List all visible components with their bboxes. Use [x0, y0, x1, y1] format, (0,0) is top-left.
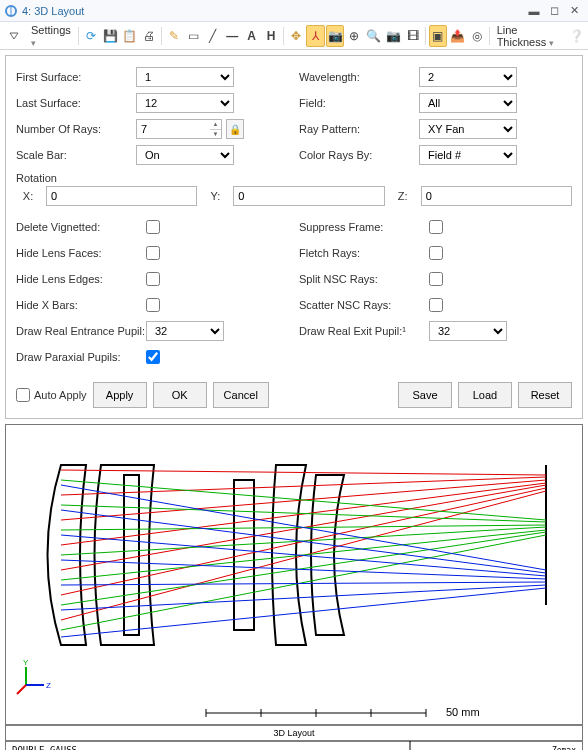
fletch-rays-checkbox[interactable]: [429, 246, 443, 260]
settings-dropdown[interactable]: Settings: [27, 24, 75, 48]
draw-real-entrance-label: Draw Real Entrance Pupil:: [16, 325, 146, 337]
auto-apply-text: Auto Apply: [34, 389, 87, 401]
minimize-button[interactable]: ▬: [524, 2, 544, 20]
auto-apply-checkbox[interactable]: [16, 388, 30, 402]
segment-icon[interactable]: —: [223, 25, 241, 47]
separator: [425, 27, 426, 45]
help-icon[interactable]: ❔: [568, 25, 586, 47]
collapse-settings-button[interactable]: [2, 30, 26, 42]
refresh-icon[interactable]: ⟳: [82, 25, 100, 47]
wavelength-label: Wavelength:: [299, 71, 419, 83]
zoom-tool-icon[interactable]: ⊕: [345, 25, 363, 47]
suppress-frame-label: Suppress Frame:: [299, 221, 429, 233]
rot-z-input[interactable]: [421, 186, 572, 206]
reset-button[interactable]: Reset: [518, 382, 572, 408]
draw-real-exit-select[interactable]: 32: [429, 321, 507, 341]
rot-x-label: X:: [16, 190, 40, 202]
export-icon[interactable]: 📤: [448, 25, 466, 47]
hide-x-bars-checkbox[interactable]: [146, 298, 160, 312]
auto-apply-label[interactable]: Auto Apply: [16, 388, 87, 402]
save-icon[interactable]: 💾: [101, 25, 119, 47]
layout-plot[interactable]: Y Z 50 mm 3D Layout DOUBLE GAUSS 10/6/20…: [6, 425, 582, 750]
info-left-1: DOUBLE GAUSS: [12, 745, 77, 750]
ray-pattern-label: Ray Pattern:: [299, 123, 419, 135]
hide-lens-edges-checkbox[interactable]: [146, 272, 160, 286]
maximize-button[interactable]: ◻: [544, 2, 564, 20]
search-icon[interactable]: 🔍: [365, 25, 383, 47]
rotation-label: Rotation: [16, 172, 572, 184]
title-bar: 4: 3D Layout ▬ ◻ ✕: [0, 0, 588, 22]
pencil-icon[interactable]: ✎: [165, 25, 183, 47]
rot-x-input[interactable]: [46, 186, 197, 206]
separator: [161, 27, 162, 45]
rect-icon[interactable]: ▭: [184, 25, 202, 47]
rot-y-label: Y:: [203, 190, 227, 202]
fletch-rays-label: Fletch Rays:: [299, 247, 429, 259]
save-button[interactable]: Save: [398, 382, 452, 408]
draw-paraxial-checkbox[interactable]: [146, 350, 160, 364]
target-icon[interactable]: ◎: [467, 25, 485, 47]
apply-button[interactable]: Apply: [93, 382, 147, 408]
rays-lock-icon[interactable]: 🔒: [226, 119, 244, 139]
separator: [489, 27, 490, 45]
last-surface-label: Last Surface:: [16, 97, 136, 109]
hide-lens-edges-label: Hide Lens Edges:: [16, 273, 146, 285]
snapshot-icon[interactable]: 📷: [384, 25, 402, 47]
suppress-frame-checkbox[interactable]: [429, 220, 443, 234]
plot-caption: 3D Layout: [273, 728, 315, 738]
settings-panel: First Surface: 1 Last Surface: 12 Number…: [5, 55, 583, 419]
separator: [283, 27, 284, 45]
text-h-icon[interactable]: H: [262, 25, 280, 47]
app-icon: [4, 4, 18, 18]
camera-rotate-icon[interactable]: 📷: [326, 25, 344, 47]
scale-bar-label: Scale Bar:: [16, 149, 136, 161]
wavelength-select[interactable]: 2: [419, 67, 517, 87]
plot-frame: Y Z 50 mm 3D Layout DOUBLE GAUSS 10/6/20…: [5, 424, 583, 750]
separator: [78, 27, 79, 45]
text-a-icon[interactable]: A: [243, 25, 261, 47]
load-button[interactable]: Load: [458, 382, 512, 408]
film-icon[interactable]: 🎞: [403, 25, 421, 47]
svg-text:Z: Z: [46, 681, 51, 690]
color-rays-by-label: Color Rays By:: [299, 149, 419, 161]
scatter-nsc-checkbox[interactable]: [429, 298, 443, 312]
last-surface-select[interactable]: 12: [136, 93, 234, 113]
split-nsc-checkbox[interactable]: [429, 272, 443, 286]
scale-bar-select[interactable]: On: [136, 145, 234, 165]
ok-button[interactable]: OK: [153, 382, 207, 408]
svg-text:Y: Y: [23, 658, 29, 667]
rot-z-label: Z:: [391, 190, 415, 202]
number-of-rays-label: Number Of Rays:: [16, 123, 136, 135]
line-icon[interactable]: ╱: [204, 25, 222, 47]
print-icon[interactable]: 🖨: [140, 25, 158, 47]
first-surface-select[interactable]: 1: [136, 67, 234, 87]
window-title: 4: 3D Layout: [22, 5, 524, 17]
pan-icon[interactable]: ✥: [287, 25, 305, 47]
draw-real-exit-label: Draw Real Exit Pupil:¹: [299, 325, 429, 337]
draw-real-entrance-select[interactable]: 32: [146, 321, 224, 341]
hide-lens-faces-label: Hide Lens Faces:: [16, 247, 146, 259]
hide-lens-faces-checkbox[interactable]: [146, 246, 160, 260]
close-button[interactable]: ✕: [564, 2, 584, 20]
line-thickness-dropdown[interactable]: Line Thickness: [493, 24, 567, 48]
info-right-1: Zemax: [552, 746, 576, 750]
color-rays-by-select[interactable]: Field #: [419, 145, 517, 165]
field-select[interactable]: All: [419, 93, 517, 113]
split-nsc-label: Split NSC Rays:: [299, 273, 429, 285]
toolbar: Settings ⟳ 💾 📋 🖨 ✎ ▭ ╱ — A H ✥ ⅄ 📷 ⊕ 🔍 📷…: [0, 22, 588, 50]
cancel-button[interactable]: Cancel: [213, 382, 269, 408]
scatter-nsc-label: Scatter NSC Rays:: [299, 299, 429, 311]
delete-vignetted-checkbox[interactable]: [146, 220, 160, 234]
axes-icon[interactable]: ⅄: [306, 25, 324, 47]
fit-window-icon[interactable]: ▣: [429, 25, 447, 47]
rays-spinner[interactable]: ▲▼: [210, 119, 222, 139]
ray-pattern-select[interactable]: XY Fan: [419, 119, 517, 139]
number-of-rays-input[interactable]: [136, 119, 210, 139]
first-surface-label: First Surface:: [16, 71, 136, 83]
copy-icon[interactable]: 📋: [120, 25, 138, 47]
scale-bar-label: 50 mm: [446, 706, 480, 718]
rot-y-input[interactable]: [233, 186, 384, 206]
draw-paraxial-label: Draw Paraxial Pupils:: [16, 351, 146, 363]
field-label: Field:: [299, 97, 419, 109]
hide-x-bars-label: Hide X Bars:: [16, 299, 146, 311]
